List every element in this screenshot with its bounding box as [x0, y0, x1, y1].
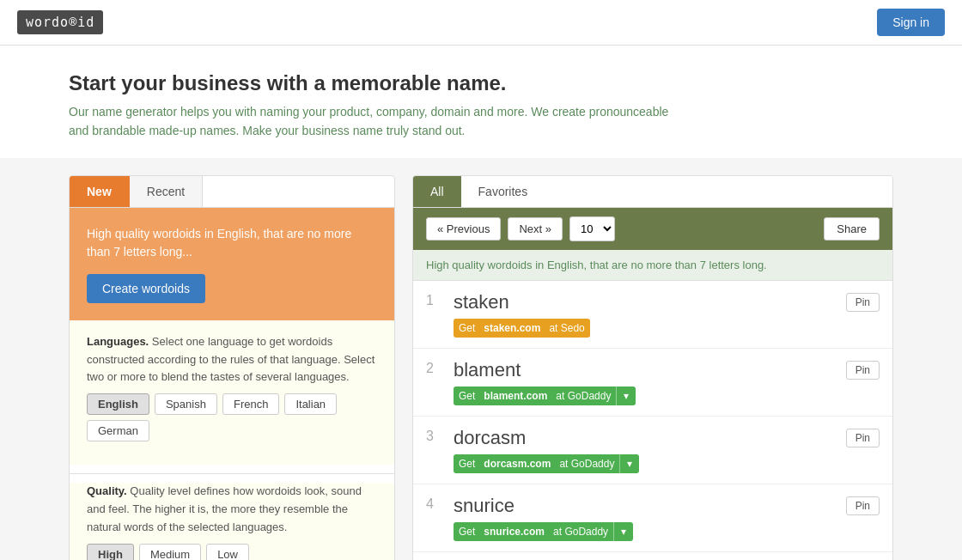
left-panel: New Recent High quality wordoids in Engl…: [69, 175, 395, 560]
pin-button[interactable]: Pin: [846, 429, 880, 447]
word-info: snurice Get snurice.com at GoDaddy ▾: [454, 495, 836, 541]
domain-badge[interactable]: Get snurice.com at GoDaddy ▾: [454, 522, 633, 541]
word-name: snurice: [454, 495, 836, 517]
lang-spanish[interactable]: Spanish: [155, 393, 217, 415]
word-number: 3: [426, 429, 443, 444]
tab-favorites[interactable]: Favorites: [461, 176, 545, 207]
hero-section: Start your business with a memorable nam…: [0, 46, 962, 158]
controls-bar: « Previous Next » 10 20 50 Share: [413, 208, 892, 250]
divider-1: [70, 473, 394, 474]
word-number: 4: [426, 496, 443, 512]
domain-dropdown-arrow[interactable]: ▾: [616, 387, 636, 405]
quality-section: Quality. Quality level defines how wordo…: [70, 483, 394, 560]
orange-description: High quality wordoids in English, that a…: [87, 225, 377, 261]
domain-get-label: Get: [454, 522, 480, 541]
domain-at-label: at GoDaddy: [551, 387, 616, 405]
previous-button[interactable]: « Previous: [426, 217, 501, 240]
domain-get-label: Get: [454, 319, 480, 338]
domain-dropdown-arrow[interactable]: ▾: [613, 522, 633, 541]
domain-at-label: at GoDaddy: [554, 454, 619, 473]
lang-french[interactable]: French: [222, 393, 279, 415]
pin-button[interactable]: Pin: [846, 496, 880, 515]
word-info: dorcasm Get dorcasm.com at GoDaddy ▾: [454, 427, 836, 473]
domain-name: snurice.com: [480, 522, 548, 541]
lang-english[interactable]: English: [87, 393, 149, 415]
share-button[interactable]: Share: [824, 217, 880, 240]
word-info: blament Get blament.com at GoDaddy ▾: [454, 359, 836, 405]
quality-high[interactable]: High: [87, 544, 134, 560]
tab-new[interactable]: New: [70, 176, 130, 207]
domain-badge[interactable]: Get dorcasm.com at GoDaddy ▾: [454, 454, 639, 473]
domain-name: dorcasm.com: [480, 454, 554, 473]
word-name: blament: [454, 359, 836, 381]
word-name: staken: [454, 291, 836, 313]
pin-button[interactable]: Pin: [846, 293, 880, 312]
domain-get-label: Get: [454, 454, 480, 473]
lang-german[interactable]: German: [87, 420, 149, 441]
lang-italian[interactable]: Italian: [284, 393, 337, 415]
pin-button[interactable]: Pin: [846, 361, 880, 380]
right-panel: All Favorites « Previous Next » 10 20 50…: [412, 175, 893, 560]
domain-get-label: Get: [454, 387, 480, 405]
domain-name: staken.com: [480, 319, 544, 338]
logo: wordo®id: [17, 10, 103, 34]
left-tabs: New Recent: [70, 176, 394, 208]
main-content: New Recent High quality wordoids in Engl…: [0, 158, 962, 560]
hero-description: Our name generator helps you with naming…: [69, 102, 670, 141]
signin-button[interactable]: Sign in: [877, 9, 945, 36]
quality-label: Quality. Quality level defines how wordo…: [87, 483, 377, 536]
word-number: 2: [426, 361, 443, 376]
right-tabs: All Favorites: [413, 176, 892, 208]
word-number: 1: [426, 293, 443, 308]
create-wordoids-button[interactable]: Create wordoids: [87, 274, 205, 303]
list-item: 3 dorcasm Get dorcasm.com at GoDaddy ▾ P…: [413, 417, 892, 484]
domain-badge[interactable]: Get blament.com at GoDaddy ▾: [454, 387, 636, 405]
word-list: 1 staken Get staken.com at Sedo Pin 2 bl…: [413, 281, 892, 552]
domain-name: blament.com: [480, 387, 551, 405]
per-page-select[interactable]: 10 20 50: [569, 216, 615, 241]
hero-title: Start your business with a memorable nam…: [69, 71, 893, 95]
header: wordo®id Sign in: [0, 0, 962, 46]
word-name: dorcasm: [454, 427, 836, 449]
tab-recent[interactable]: Recent: [130, 176, 203, 207]
domain-dropdown-arrow[interactable]: ▾: [619, 454, 639, 473]
domain-badge[interactable]: Get staken.com at Sedo: [454, 319, 590, 338]
language-options: English Spanish French Italian German: [87, 393, 377, 441]
tab-all[interactable]: All: [413, 176, 461, 207]
orange-section: High quality wordoids in English, that a…: [70, 208, 394, 320]
list-item: 2 blament Get blament.com at GoDaddy ▾ P…: [413, 349, 892, 417]
next-button[interactable]: Next »: [508, 217, 563, 240]
domain-at-label: at GoDaddy: [548, 522, 613, 541]
list-item: 1 staken Get staken.com at Sedo Pin: [413, 281, 892, 349]
filter-description: High quality wordoids in English, that a…: [413, 250, 892, 281]
languages-label: Languages. Select one language to get wo…: [87, 333, 377, 387]
languages-section: Languages. Select one language to get wo…: [70, 320, 394, 465]
quality-options: High Medium Low: [87, 544, 377, 560]
word-info: staken Get staken.com at Sedo: [454, 291, 836, 338]
quality-medium[interactable]: Medium: [139, 544, 201, 560]
list-item: 4 snurice Get snurice.com at GoDaddy ▾ P…: [413, 484, 892, 552]
quality-low[interactable]: Low: [206, 544, 249, 560]
domain-at-label: at Sedo: [544, 319, 589, 338]
